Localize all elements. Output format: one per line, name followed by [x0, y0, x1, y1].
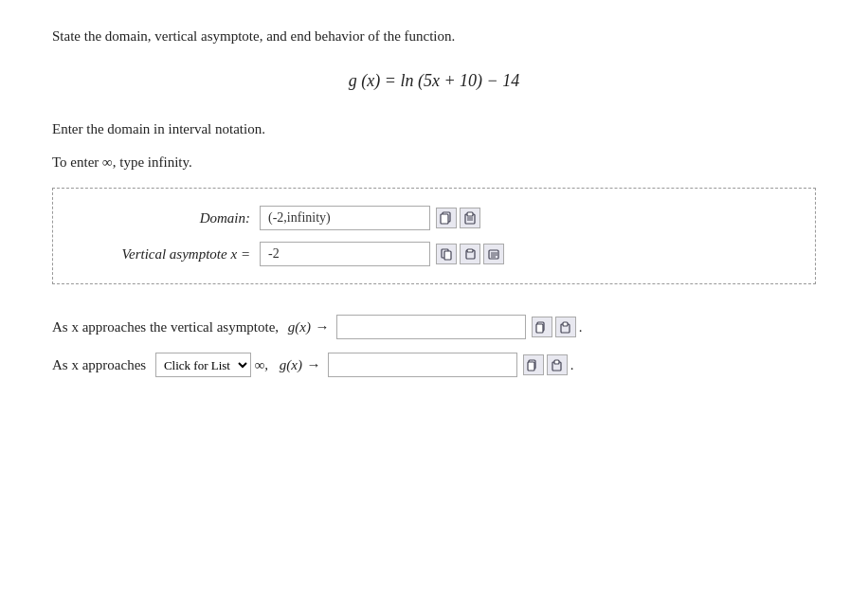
eb1-math: g(x) → — [288, 319, 329, 335]
end-behavior-row-1: As x approaches the vertical asymptote, … — [52, 315, 816, 339]
va-icon2[interactable] — [460, 244, 480, 264]
vertical-asymptote-row: Vertical asymptote x = — [70, 242, 798, 266]
intro-text: State the domain, vertical asymptote, an… — [52, 28, 816, 45]
svg-rect-19 — [528, 362, 534, 371]
end-behavior-row-2: As x approaches Click for List -∞ ∞ ∞, g… — [52, 353, 816, 377]
vertical-asymptote-icons — [436, 244, 504, 264]
eb2-prefix: As x approaches — [52, 357, 146, 373]
eb2-infinity: ∞, — [255, 357, 268, 373]
domain-instruction: Enter the domain in interval notation. — [52, 121, 816, 137]
domain-copy-icon[interactable] — [436, 208, 457, 228]
svg-rect-21 — [554, 360, 559, 364]
domain-paste-icon[interactable] — [460, 208, 480, 228]
domain-icons — [436, 208, 480, 228]
eb1-dot: . — [579, 319, 583, 335]
svg-rect-15 — [536, 324, 543, 333]
vertical-asymptote-input[interactable] — [260, 242, 430, 266]
svg-rect-1 — [441, 214, 448, 224]
eb2-math: g(x) → — [280, 357, 320, 373]
equation-display: g (x) = ln (5x + 10) − 14 — [52, 71, 816, 91]
va-icon3[interactable] — [483, 244, 504, 264]
svg-rect-3 — [467, 212, 473, 216]
eb1-icons — [532, 317, 576, 337]
vertical-asymptote-label: Vertical asymptote x = — [70, 246, 260, 263]
answer-area: Domain: Vertical asymptote x = — [52, 188, 816, 284]
eb2-copy-icon[interactable] — [523, 354, 544, 375]
domain-label: Domain: — [70, 210, 260, 227]
eb1-copy-icon[interactable] — [532, 317, 552, 337]
eb2-dot: . — [570, 357, 574, 373]
infinity-instruction: To enter ∞, type infinity. — [52, 154, 816, 171]
svg-rect-9 — [467, 249, 473, 252]
domain-row: Domain: — [70, 206, 798, 230]
svg-rect-17 — [563, 322, 568, 326]
eb2-paste-icon[interactable] — [547, 354, 568, 375]
eb2-input[interactable] — [328, 353, 517, 377]
domain-input[interactable] — [260, 206, 430, 230]
eb2-dropdown[interactable]: Click for List -∞ ∞ — [155, 353, 251, 377]
svg-rect-7 — [444, 251, 451, 260]
eb1-paste-icon[interactable] — [555, 317, 576, 337]
end-behavior-section: As x approaches the vertical asymptote, … — [52, 315, 816, 377]
eb1-prefix: As x approaches the vertical asymptote, — [52, 319, 279, 335]
eb2-icons — [523, 354, 568, 375]
va-icon1[interactable] — [436, 244, 457, 264]
eb1-input[interactable] — [336, 315, 526, 339]
